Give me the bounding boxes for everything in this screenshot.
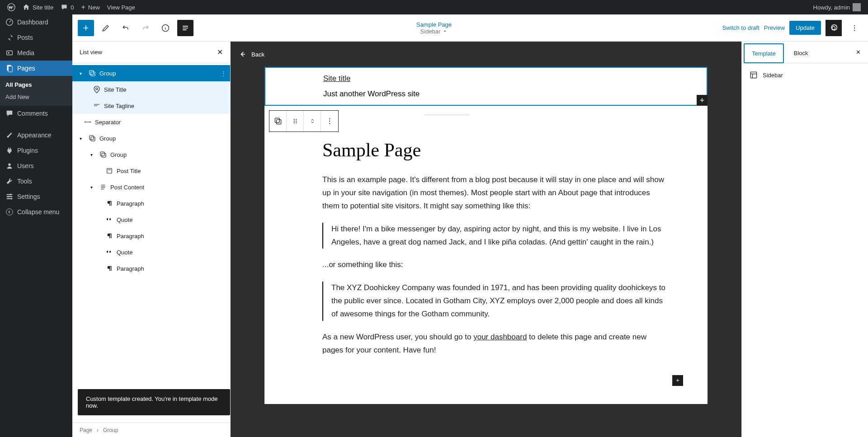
svg-point-7 bbox=[10, 194, 12, 196]
svg-point-17 bbox=[96, 88, 98, 90]
undo-icon bbox=[121, 23, 130, 33]
crumb-group[interactable]: Group bbox=[103, 427, 118, 433]
tree-post-content[interactable]: ▾ Post Content bbox=[72, 179, 230, 195]
paragraph-block[interactable]: ...or something like this: bbox=[322, 258, 667, 272]
editor-canvas[interactable]: Back Site title Just another WordPress s… bbox=[231, 42, 741, 437]
menu-media[interactable]: Media bbox=[0, 45, 72, 61]
wrench-icon bbox=[5, 177, 14, 185]
listview-button[interactable] bbox=[177, 20, 193, 36]
svg-point-31 bbox=[329, 118, 330, 119]
tree-label: Site Tagline bbox=[104, 103, 134, 109]
wordpress-logo[interactable] bbox=[4, 0, 19, 14]
sidebar-close[interactable]: ✕ bbox=[849, 42, 868, 63]
separator-block[interactable] bbox=[425, 115, 470, 115]
tree-group-3[interactable]: ▾ Group bbox=[72, 146, 230, 163]
details-button[interactable] bbox=[157, 20, 174, 36]
redo-button[interactable] bbox=[137, 20, 154, 36]
menu-plugins-label: Plugins bbox=[17, 147, 38, 154]
tree-paragraph-2[interactable]: Paragraph bbox=[72, 228, 230, 244]
document-title-area[interactable]: Sample Page Sidebar bbox=[416, 21, 452, 35]
drag-handle[interactable] bbox=[287, 111, 304, 132]
menu-dashboard[interactable]: Dashboard bbox=[0, 14, 72, 30]
edit-mode-button[interactable] bbox=[98, 20, 114, 36]
options-button[interactable] bbox=[846, 20, 863, 36]
tree-label: Group bbox=[99, 135, 116, 142]
chevron-right-icon: › bbox=[97, 427, 99, 433]
tree-label: Site Title bbox=[104, 86, 127, 93]
move-buttons[interactable] bbox=[304, 111, 321, 132]
menu-comments[interactable]: Comments bbox=[0, 106, 72, 121]
howdy-link[interactable]: Howdy, admin bbox=[810, 0, 864, 14]
tree-paragraph-3[interactable]: Paragraph bbox=[72, 260, 230, 277]
post-title-block[interactable]: Sample Page bbox=[322, 139, 667, 161]
template-back[interactable]: Back bbox=[231, 42, 741, 67]
switch-to-draft[interactable]: Switch to draft bbox=[722, 24, 759, 31]
chevron-down-icon[interactable]: ▾ bbox=[76, 71, 85, 76]
site-title-block[interactable]: Site title bbox=[323, 74, 707, 83]
tree-quote-1[interactable]: Quote bbox=[72, 211, 230, 228]
block-type-button[interactable] bbox=[269, 111, 287, 132]
tree-item-options[interactable]: ⋮ bbox=[221, 70, 226, 77]
svg-point-29 bbox=[293, 122, 294, 123]
tree-group-1[interactable]: ▾ Group ⋮ bbox=[72, 65, 230, 81]
quote-icon bbox=[105, 216, 114, 224]
menu-tools[interactable]: Tools bbox=[0, 174, 72, 189]
menu-settings[interactable]: Settings bbox=[0, 189, 72, 204]
quote-block[interactable]: The XYZ Doohickey Company was founded in… bbox=[322, 282, 667, 321]
menu-pages-label: Pages bbox=[17, 65, 35, 72]
chevron-down-icon[interactable]: ▾ bbox=[87, 152, 96, 157]
redo-icon bbox=[141, 23, 150, 33]
comments-link[interactable]: 0 bbox=[57, 0, 77, 14]
tagline-icon bbox=[92, 102, 101, 110]
tab-block[interactable]: Block bbox=[786, 43, 816, 63]
comments-count: 0 bbox=[71, 4, 74, 11]
admin-bar: Site title 0 + New View Page Howdy, admi… bbox=[0, 0, 868, 14]
paragraph-block[interactable]: As a new WordPress user, you should go t… bbox=[322, 331, 667, 357]
tree-quote-2[interactable]: Quote bbox=[72, 244, 230, 260]
menu-users[interactable]: Users bbox=[0, 158, 72, 174]
tree-separator[interactable]: Separator bbox=[72, 114, 230, 130]
menu-comments-label: Comments bbox=[17, 110, 48, 117]
paragraph-icon bbox=[105, 264, 114, 273]
paragraph-block[interactable]: This is an example page. It's different … bbox=[322, 174, 667, 213]
list-view-close[interactable]: ✕ bbox=[217, 48, 223, 56]
new-link[interactable]: + New bbox=[77, 0, 103, 14]
preview-button[interactable]: Preview bbox=[764, 24, 785, 31]
settings-toggle[interactable] bbox=[826, 20, 842, 36]
tree-paragraph-1[interactable]: Paragraph bbox=[72, 195, 230, 211]
map-pin-icon bbox=[92, 85, 101, 94]
tree-post-title[interactable]: Post Title bbox=[72, 163, 230, 179]
menu-appearance-label: Appearance bbox=[17, 132, 52, 139]
tree-group-2[interactable]: ▾ Group bbox=[72, 130, 230, 146]
update-button[interactable]: Update bbox=[789, 21, 821, 35]
menu-plugins[interactable]: Plugins bbox=[0, 143, 72, 158]
svg-point-28 bbox=[296, 121, 297, 122]
site-link[interactable]: Site title bbox=[19, 0, 57, 14]
template-info-row[interactable]: Sidebar bbox=[749, 70, 861, 80]
view-page-link[interactable]: View Page bbox=[104, 0, 139, 14]
undo-button[interactable] bbox=[118, 20, 134, 36]
dashboard-link[interactable]: your dashboard bbox=[473, 333, 527, 341]
crumb-page[interactable]: Page bbox=[80, 427, 92, 433]
menu-users-label: Users bbox=[17, 162, 34, 169]
block-options[interactable] bbox=[321, 111, 338, 132]
tree-site-tagline[interactable]: Site Tagline bbox=[72, 98, 230, 114]
chevron-down-icon[interactable]: ▾ bbox=[76, 136, 85, 141]
site-tagline-block[interactable]: Just another WordPress site bbox=[323, 89, 707, 99]
block-appender[interactable]: + bbox=[697, 95, 708, 106]
tab-template[interactable]: Template bbox=[744, 43, 784, 63]
document-title: Sample Page bbox=[416, 21, 452, 28]
quote-block[interactable]: Hi there! I'm a bike messenger by day, a… bbox=[322, 223, 667, 249]
selected-group-block[interactable]: Site title Just another WordPress site + bbox=[264, 67, 708, 106]
menu-collapse[interactable]: Collapse menu bbox=[0, 204, 72, 220]
menu-pages[interactable]: Pages bbox=[0, 61, 72, 76]
inserter-button[interactable]: + bbox=[78, 20, 94, 36]
chevron-down-icon[interactable]: ▾ bbox=[87, 185, 96, 190]
tree-site-title[interactable]: Site Title bbox=[72, 81, 230, 98]
submenu-add-new[interactable]: Add New bbox=[0, 91, 72, 103]
block-appender[interactable]: + bbox=[672, 375, 683, 386]
menu-posts[interactable]: Posts bbox=[0, 30, 72, 45]
list-icon bbox=[181, 23, 190, 33]
submenu-all-pages[interactable]: All Pages bbox=[0, 79, 72, 91]
menu-appearance[interactable]: Appearance bbox=[0, 127, 72, 143]
